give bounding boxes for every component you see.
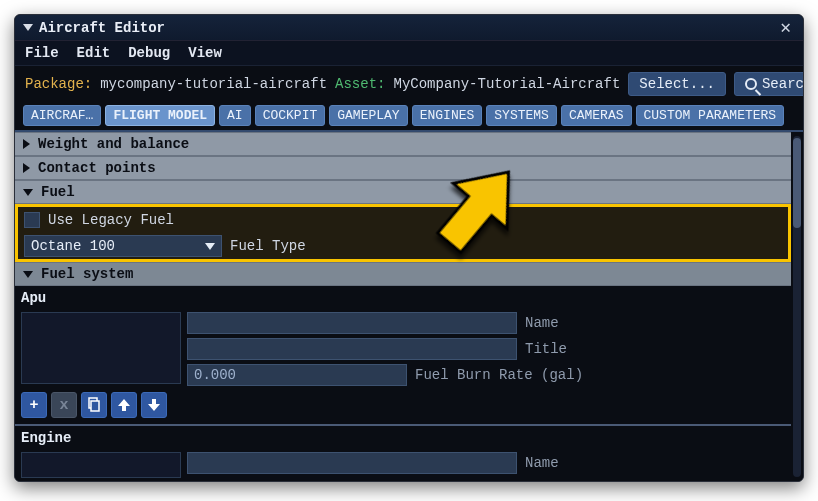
section-contact-label: Contact points	[38, 160, 156, 176]
engine-fields: Name	[187, 452, 785, 478]
menu-file[interactable]: File	[25, 45, 59, 61]
fuel-type-row: Octane 100 Fuel Type	[18, 233, 788, 259]
section-fuel-label: Fuel	[41, 184, 75, 200]
tab-gameplay[interactable]: GAMEPLAY	[329, 105, 407, 126]
section-weight[interactable]: Weight and balance	[15, 132, 791, 156]
fuel-type-value: Octane 100	[31, 238, 115, 254]
collapse-icon[interactable]	[23, 24, 33, 31]
tab-engines[interactable]: ENGINES	[412, 105, 483, 126]
apu-form: Name Title Fuel Burn Rate (gal)	[15, 308, 791, 392]
content: Weight and balance Contact points Fuel U…	[15, 132, 791, 481]
tab-aircraft[interactable]: AIRCRAF…	[23, 105, 101, 126]
apu-toolbar: + x	[15, 392, 791, 424]
editor-window: Aircraft Editor ✕ File Edit Debug View P…	[14, 14, 804, 482]
engine-preview	[21, 452, 181, 478]
apu-name-input[interactable]	[187, 312, 517, 334]
apu-burn-label: Fuel Burn Rate (gal)	[415, 367, 583, 383]
arrow-up-icon	[116, 397, 132, 413]
scrollbar-thumb[interactable]	[793, 138, 801, 228]
close-icon[interactable]: ✕	[774, 17, 797, 39]
tabbar: AIRCRAF… FLIGHT MODEL AI COCKPIT GAMEPLA…	[15, 102, 803, 132]
apu-burn-input[interactable]	[187, 364, 407, 386]
apu-name-label: Name	[525, 315, 559, 331]
section-contact[interactable]: Contact points	[15, 156, 791, 180]
engine-name-label: Name	[525, 455, 559, 471]
package-value: mycompany-tutorial-aircraft	[100, 76, 327, 92]
add-button[interactable]: +	[21, 392, 47, 418]
chevron-right-icon	[23, 139, 30, 149]
fuel-type-label: Fuel Type	[230, 238, 306, 254]
search-button[interactable]: Search	[734, 72, 804, 96]
menu-debug[interactable]: Debug	[128, 45, 170, 61]
search-label: Search	[762, 76, 804, 92]
tab-custom-parameters[interactable]: CUSTOM PARAMETERS	[636, 105, 785, 126]
apu-name-row: Name	[187, 312, 785, 334]
chevron-down-icon	[23, 189, 33, 196]
select-button[interactable]: Select...	[628, 72, 726, 96]
engine-name-row: Name	[187, 452, 785, 474]
remove-button[interactable]: x	[51, 392, 77, 418]
engine-heading: Engine	[15, 426, 791, 448]
menu-edit[interactable]: Edit	[77, 45, 111, 61]
apu-title-label: Title	[525, 341, 567, 357]
fuel-highlight: Use Legacy Fuel Octane 100 Fuel Type	[15, 204, 791, 262]
tab-cameras[interactable]: CAMERAS	[561, 105, 632, 126]
tab-cockpit[interactable]: COCKPIT	[255, 105, 326, 126]
copy-icon	[86, 397, 102, 413]
section-fuel[interactable]: Fuel	[15, 180, 791, 204]
asset-value: MyCompany-Tutorial-Aircraft	[393, 76, 620, 92]
apu-heading: Apu	[15, 286, 791, 308]
menubar: File Edit Debug View	[15, 41, 803, 66]
section-fuel-system[interactable]: Fuel system	[15, 262, 791, 286]
infobar: Package: mycompany-tutorial-aircraft Ass…	[15, 66, 803, 102]
apu-preview	[21, 312, 181, 384]
asset-label: Asset:	[335, 76, 385, 92]
package-label: Package:	[25, 76, 92, 92]
tab-ai[interactable]: AI	[219, 105, 251, 126]
window-title: Aircraft Editor	[39, 20, 165, 36]
fuel-type-dropdown[interactable]: Octane 100	[24, 235, 222, 257]
apu-title-input[interactable]	[187, 338, 517, 360]
chevron-right-icon	[23, 163, 30, 173]
engine-name-input[interactable]	[187, 452, 517, 474]
section-fuel-system-label: Fuel system	[41, 266, 133, 282]
tab-systems[interactable]: SYSTEMS	[486, 105, 557, 126]
apu-fields: Name Title Fuel Burn Rate (gal)	[187, 312, 785, 386]
use-legacy-fuel-label: Use Legacy Fuel	[48, 212, 174, 228]
use-legacy-fuel-checkbox[interactable]	[24, 212, 40, 228]
arrow-down-icon	[146, 397, 162, 413]
engine-form: Name	[15, 448, 791, 478]
vertical-scrollbar[interactable]	[793, 136, 801, 477]
move-down-button[interactable]	[141, 392, 167, 418]
chevron-down-icon	[23, 271, 33, 278]
search-icon	[745, 78, 757, 90]
svg-rect-1	[91, 401, 99, 411]
section-weight-label: Weight and balance	[38, 136, 189, 152]
copy-button[interactable]	[81, 392, 107, 418]
tab-flight-model[interactable]: FLIGHT MODEL	[105, 105, 215, 126]
apu-burn-row: Fuel Burn Rate (gal)	[187, 364, 785, 386]
move-up-button[interactable]	[111, 392, 137, 418]
chevron-down-icon	[205, 243, 215, 250]
scroll-area: Weight and balance Contact points Fuel U…	[15, 132, 803, 481]
use-legacy-fuel-row: Use Legacy Fuel	[18, 207, 788, 233]
titlebar: Aircraft Editor ✕	[15, 15, 803, 41]
menu-view[interactable]: View	[188, 45, 222, 61]
apu-title-row: Title	[187, 338, 785, 360]
